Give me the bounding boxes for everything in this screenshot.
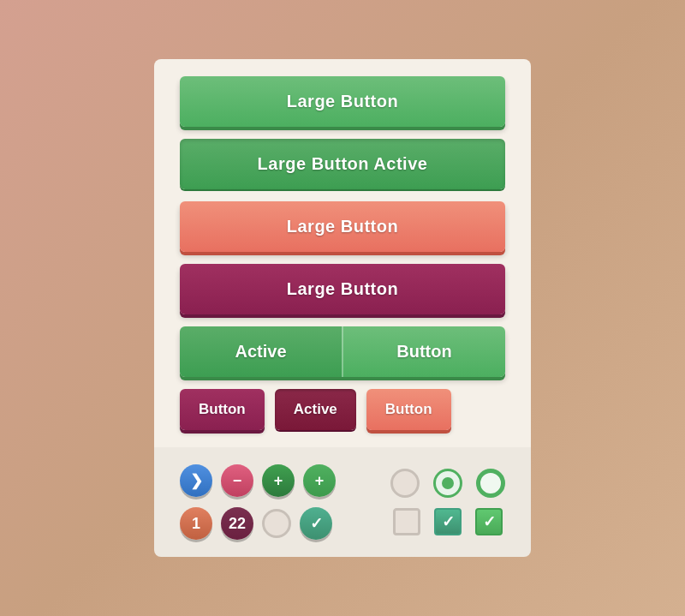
radio-ring[interactable]	[476, 469, 505, 498]
icon-row-bottom: 1 22 ✓	[180, 507, 336, 540]
small-orange-button[interactable]: Button	[366, 389, 451, 430]
radio-row	[390, 469, 505, 498]
icon-row-top: ❯ − + +	[180, 464, 336, 497]
large-green-button[interactable]: Large Button	[180, 76, 505, 127]
minus-icon-button[interactable]: −	[221, 464, 253, 497]
small-button-row: Button Active Button	[180, 389, 505, 430]
small-darkred-active-button[interactable]: Active	[275, 389, 356, 430]
checkbox-teal-checked[interactable]: ✓	[434, 508, 462, 535]
plus-light-icon-button[interactable]: +	[303, 464, 336, 497]
large-orange-button[interactable]: Large Button	[180, 201, 505, 252]
split-button-right[interactable]: Button	[342, 326, 505, 377]
checkbox-empty[interactable]	[393, 508, 420, 535]
radio-empty[interactable]	[390, 469, 420, 498]
split-active-button[interactable]: Active	[180, 326, 342, 377]
radio-checkbox-section: ✓ ✓	[390, 469, 505, 535]
split-button-group: Active Button	[180, 326, 505, 377]
bottom-panel: ❯ − + + 1 22 ✓ ✓ ✓	[154, 447, 531, 557]
small-darkred-button[interactable]: Button	[180, 389, 265, 430]
checkbox-green-checked[interactable]: ✓	[475, 508, 503, 535]
radio-empty-button[interactable]	[262, 509, 291, 538]
radio-selected[interactable]	[433, 469, 462, 498]
chevron-right-icon-button[interactable]: ❯	[180, 464, 212, 497]
top-panel: Large Button Large Button Active Large B…	[154, 59, 531, 447]
icon-buttons-section: ❯ − + + 1 22 ✓	[180, 464, 336, 540]
large-darkred-button[interactable]: Large Button	[180, 264, 505, 314]
large-green-active-button[interactable]: Large Button Active	[180, 139, 505, 189]
num-22-icon-button[interactable]: 22	[221, 507, 253, 540]
num-1-icon-button[interactable]: 1	[180, 507, 212, 540]
checkbox-row: ✓ ✓	[393, 508, 503, 535]
check-icon-button[interactable]: ✓	[300, 507, 332, 540]
plus-dark-icon-button[interactable]: +	[262, 464, 295, 497]
main-container: Large Button Large Button Active Large B…	[154, 59, 531, 557]
